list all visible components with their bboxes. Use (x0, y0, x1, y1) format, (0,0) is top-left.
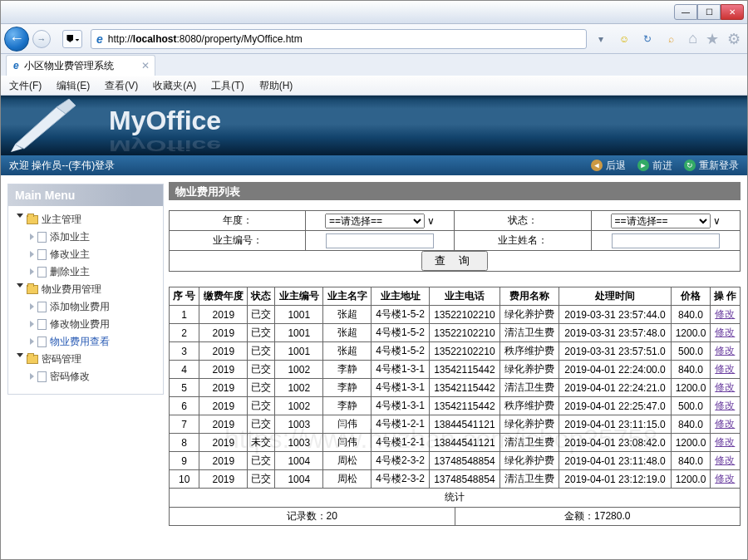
ie-menu-item[interactable]: 查看(V) (105, 79, 138, 93)
fee-table: 序 号缴费年度状态业主编号业主名字业主地址业主电话费用名称处理时间价格操 作 1… (169, 287, 741, 489)
edit-link[interactable]: 修改 (715, 345, 735, 356)
sidebar: Main Menu 业主管理添加业主修改业主删除业主物业费用管理添加物业费用修改… (1, 175, 167, 560)
tree-item[interactable]: 添加物业费用 (50, 301, 110, 312)
folder-icon (27, 215, 38, 224)
tab-favicon-icon: e (13, 60, 19, 71)
window-maximize-button[interactable]: ☐ (697, 4, 721, 20)
tab-close-icon[interactable]: ✕ (141, 60, 150, 71)
file-icon (37, 232, 47, 243)
panel-title: 物业费用列表 (169, 182, 741, 200)
tree-folder[interactable]: 物业费用管理 (42, 283, 101, 295)
url-field[interactable]: e http://localhost:8080/property/MyOffic… (91, 29, 587, 49)
window-titlebar: — ☐ ✕ (1, 1, 747, 24)
summary-label: 统计 (170, 489, 741, 507)
relogin-icon: ↻ (684, 160, 696, 171)
dropdown-icon[interactable]: ▾ (592, 30, 610, 48)
nav-back-button[interactable]: ← (4, 27, 29, 52)
edit-link[interactable]: 修改 (715, 327, 735, 338)
column-header: 处理时间 (559, 287, 672, 306)
home-icon[interactable]: ⌂ (688, 30, 697, 48)
tree-item[interactable]: 删除业主 (50, 266, 90, 278)
table-row: 102019已交1004周松4号楼2-3-213748548854清洁卫生费20… (170, 470, 741, 489)
file-icon (37, 267, 47, 278)
edit-link[interactable]: 修改 (715, 381, 735, 393)
tree-item[interactable]: 物业费用查看 (50, 336, 110, 347)
total-amount: 金额：17280.0 (455, 507, 741, 525)
file-icon (37, 319, 47, 330)
filter-ownername-input[interactable] (612, 233, 720, 248)
table-row: 32019已交1001张超4号楼1-5-213522102210秩序维护费201… (170, 342, 741, 361)
tree-item[interactable]: 密码修改 (50, 371, 90, 382)
edit-link[interactable]: 修改 (715, 473, 735, 484)
brand-title: MyOffice (109, 106, 221, 136)
column-header: 业主电话 (429, 287, 499, 306)
refresh-icon[interactable]: ↻ (638, 30, 657, 48)
tab-title: 小区物业费管理系统 (24, 59, 114, 73)
tools-gear-icon[interactable]: ⚙ (727, 30, 741, 48)
edit-link[interactable]: 修改 (715, 418, 735, 430)
table-row: 12019已交1001张超4号楼1-5-213522102210绿化养护费201… (170, 306, 741, 324)
welcome-text: 欢迎 操作员--(李伟)登录 (9, 159, 115, 173)
tree-item[interactable]: 修改物业费用 (50, 318, 110, 330)
file-icon (37, 249, 47, 260)
ie-menu-item[interactable]: 工具(T) (211, 79, 244, 93)
edit-link[interactable]: 修改 (715, 454, 735, 466)
table-row: 52019已交1002李静4号楼1-3-113542115442清洁卫生费201… (170, 379, 741, 397)
column-header: 业主地址 (372, 287, 429, 306)
column-header: 缴费年度 (199, 287, 248, 306)
table-row: 92019已交1004周松4号楼2-3-213748548854绿化养护费201… (170, 452, 741, 470)
arrow-right-icon: ► (637, 160, 649, 171)
ie-menu-bar: 文件(F)编辑(E)查看(V)收藏夹(A)工具(T)帮助(H) (1, 76, 747, 96)
filter-ownername-label: 业主姓名： (455, 231, 591, 251)
edit-link[interactable]: 修改 (715, 400, 735, 411)
filter-status-label: 状态： (455, 211, 591, 231)
ie-menu-item[interactable]: 帮助(H) (259, 79, 293, 93)
nav-forward-button[interactable]: → (32, 30, 51, 48)
window-close-button[interactable]: ✕ (721, 4, 744, 20)
sidebar-title: Main Menu (8, 184, 163, 206)
arrow-left-icon: ◄ (591, 160, 603, 171)
column-header: 状态 (248, 287, 275, 306)
app-header: MyOffice MyOffice (1, 96, 747, 155)
pen-logo-icon (11, 99, 102, 152)
tree-item[interactable]: 添加业主 (50, 231, 90, 243)
relogin-link[interactable]: ↻ 重新登录 (684, 159, 739, 173)
folder-icon (27, 285, 38, 294)
edit-link[interactable]: 修改 (715, 436, 735, 448)
nav-tree: 业主管理添加业主修改业主删除业主物业费用管理添加物业费用修改物业费用物业费用查看… (8, 206, 163, 394)
ie-menu-item[interactable]: 编辑(E) (57, 79, 90, 93)
tree-folder[interactable]: 业主管理 (42, 214, 81, 225)
tree-item[interactable]: 修改业主 (50, 248, 90, 260)
brand-reflection: MyOffice (109, 136, 221, 155)
filter-year-label: 年度： (170, 211, 306, 231)
ie-menu-item[interactable]: 收藏夹(A) (153, 79, 196, 93)
ie-logo-icon: e (96, 32, 103, 46)
nav-back-link[interactable]: ◄ 后退 (591, 159, 626, 173)
record-count: 记录数：20 (170, 507, 455, 525)
query-button[interactable] (421, 251, 487, 271)
folder-icon (27, 355, 38, 364)
ie-menu-item[interactable]: 文件(F) (9, 79, 42, 93)
compat-view-icon[interactable]: ☺ (615, 30, 633, 48)
edit-link[interactable]: 修改 (715, 363, 735, 375)
window-minimize-button[interactable]: — (674, 4, 697, 20)
column-header: 业主编号 (275, 287, 323, 306)
filter-status-select[interactable]: ==请选择== (611, 214, 711, 228)
edit-link[interactable]: 修改 (715, 308, 735, 320)
security-shield-icon[interactable]: ⛊▾ (62, 30, 82, 48)
fee-summary: 统计 记录数：20 金额：17280.0 (169, 489, 741, 526)
browser-tabbar: e 小区物业费管理系统 ✕ (1, 54, 747, 76)
filter-ownerid-input[interactable] (326, 233, 434, 248)
nav-forward-link[interactable]: ► 前进 (637, 159, 672, 173)
favorites-icon[interactable]: ★ (706, 30, 719, 48)
table-row: 72019已交1003闫伟4号楼1-2-113844541121绿化养护费201… (170, 415, 741, 434)
tree-folder[interactable]: 密码管理 (42, 353, 81, 365)
search-icon[interactable]: ⌕ (662, 30, 680, 48)
browser-tab[interactable]: e 小区物业费管理系统 ✕ (6, 55, 155, 76)
filter-year-select[interactable]: ==请选择== (325, 214, 425, 228)
column-header: 价格 (672, 287, 710, 306)
file-icon (37, 336, 47, 347)
table-row: 42019已交1002李静4号楼1-3-113542115442绿化养护费201… (170, 361, 741, 379)
url-text: http://localhost:8080/property/MyOffice.… (108, 33, 581, 45)
browser-addressbar: ← → ⛊▾ e http://localhost:8080/property/… (1, 24, 747, 54)
